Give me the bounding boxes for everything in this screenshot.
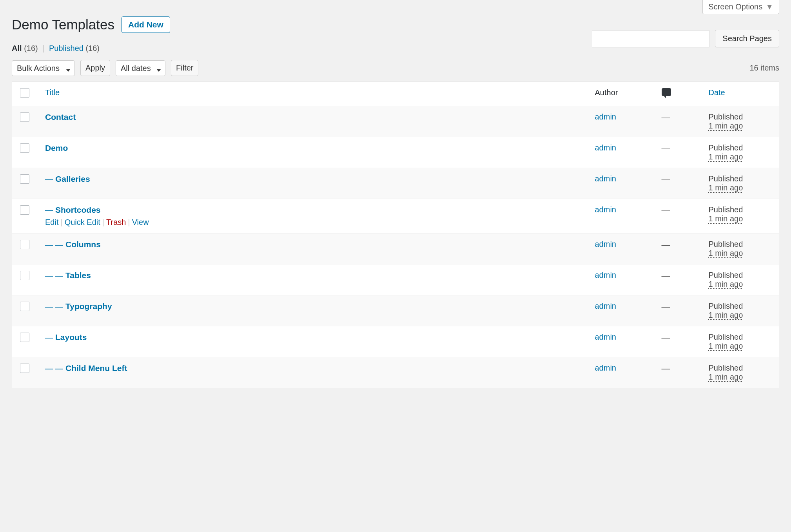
publish-time: 1 min ago — [709, 342, 771, 351]
publish-time: 1 min ago — [709, 121, 771, 130]
row-title-link[interactable]: Tables — [65, 271, 91, 280]
publish-time: 1 min ago — [709, 214, 771, 223]
filter-button[interactable]: Filter — [171, 60, 198, 76]
action-trash[interactable]: Trash — [106, 218, 126, 226]
row-checkbox[interactable] — [20, 174, 29, 184]
row-title-link[interactable]: Child Menu Left — [65, 364, 127, 373]
search-button[interactable]: Search Pages — [715, 30, 779, 47]
publish-status: Published — [709, 364, 771, 373]
author-link[interactable]: admin — [595, 333, 616, 341]
row-title-link[interactable]: Layouts — [55, 333, 87, 342]
row-checkbox[interactable] — [20, 240, 29, 249]
row-checkbox[interactable] — [20, 112, 29, 122]
date-filter-select[interactable]: All dates — [116, 60, 165, 76]
table-row: Contactadmin—Published1 min ago — [12, 106, 779, 137]
chevron-down-icon: ▼ — [766, 2, 773, 11]
row-checkbox[interactable] — [20, 143, 29, 153]
publish-time: 1 min ago — [709, 183, 771, 192]
indent-dash: — — [45, 364, 53, 373]
comments-count: — — [662, 271, 670, 280]
pages-table: Title Author Date Contactadmin—Published… — [12, 81, 779, 388]
table-row: —ShortcodesEdit|Quick Edit|Trash|Viewadm… — [12, 199, 779, 233]
table-row: ——Typographyadmin—Published1 min ago — [12, 295, 779, 326]
add-new-button[interactable]: Add New — [122, 16, 170, 33]
row-checkbox[interactable] — [20, 302, 29, 311]
publish-status: Published — [709, 302, 771, 311]
row-title-link[interactable]: Contact — [45, 112, 76, 121]
indent-dash: — — [55, 271, 63, 280]
filter-published[interactable]: Published — [49, 44, 85, 52]
publish-time: 1 min ago — [709, 152, 771, 161]
publish-time: 1 min ago — [709, 249, 771, 258]
apply-button[interactable]: Apply — [80, 60, 110, 76]
select-all-checkbox[interactable] — [20, 88, 29, 98]
publish-status: Published — [709, 240, 771, 249]
indent-dash: — — [45, 333, 53, 342]
comments-count: — — [662, 174, 670, 184]
filter-all[interactable]: All — [12, 44, 24, 52]
comments-count: — — [662, 143, 670, 153]
action-edit[interactable]: Edit — [45, 218, 58, 226]
comments-count: — — [662, 333, 670, 342]
table-row: —Layoutsadmin—Published1 min ago — [12, 326, 779, 357]
indent-dash: — — [55, 302, 63, 311]
table-row: Demoadmin—Published1 min ago — [12, 137, 779, 168]
publish-status: Published — [709, 174, 771, 183]
row-title-link[interactable]: Galleries — [55, 174, 90, 183]
table-row: ——Tablesadmin—Published1 min ago — [12, 264, 779, 295]
publish-status: Published — [709, 333, 771, 342]
publish-time: 1 min ago — [709, 373, 771, 382]
publish-time: 1 min ago — [709, 280, 771, 289]
screen-options-label: Screen Options — [708, 2, 762, 11]
indent-dash: — — [45, 271, 53, 280]
page-title: Demo Templates — [12, 17, 114, 33]
col-date[interactable]: Date — [701, 82, 779, 106]
search-input[interactable] — [592, 30, 709, 47]
row-title-link[interactable]: Shortcodes — [55, 205, 101, 214]
comments-count: — — [662, 364, 670, 373]
bulk-actions-select[interactable]: Bulk Actions — [12, 60, 75, 76]
comments-count: — — [662, 240, 670, 250]
indent-dash: — — [45, 302, 53, 311]
table-row: ——Child Menu Leftadmin—Published1 min ag… — [12, 357, 779, 388]
comment-icon — [662, 88, 671, 96]
indent-dash: — — [55, 364, 63, 373]
publish-time: 1 min ago — [709, 311, 771, 320]
indent-dash: — — [45, 240, 53, 249]
row-checkbox[interactable] — [20, 333, 29, 342]
col-title[interactable]: Title — [37, 82, 587, 106]
publish-status: Published — [709, 205, 771, 214]
author-link[interactable]: admin — [595, 364, 616, 372]
indent-dash: — — [45, 206, 53, 214]
comments-count: — — [662, 302, 670, 311]
publish-status: Published — [709, 112, 771, 121]
author-link[interactable]: admin — [595, 302, 616, 310]
row-checkbox[interactable] — [20, 205, 29, 215]
col-author: Author — [587, 82, 654, 106]
author-link[interactable]: admin — [595, 271, 616, 279]
col-comments[interactable] — [654, 82, 701, 106]
row-title-link[interactable]: Demo — [45, 143, 68, 152]
author-link[interactable]: admin — [595, 112, 616, 121]
author-link[interactable]: admin — [595, 174, 616, 183]
author-link[interactable]: admin — [595, 205, 616, 214]
row-title-link[interactable]: Typography — [65, 302, 112, 311]
comments-count: — — [662, 112, 670, 122]
comments-count: — — [662, 205, 670, 215]
author-link[interactable]: admin — [595, 143, 616, 152]
indent-dash: — — [45, 175, 53, 183]
table-row: ——Columnsadmin—Published1 min ago — [12, 233, 779, 264]
publish-status: Published — [709, 271, 771, 280]
action-quick-edit[interactable]: Quick Edit — [65, 218, 100, 226]
publish-status: Published — [709, 143, 771, 152]
screen-options-toggle[interactable]: Screen Options ▼ — [702, 0, 779, 14]
row-checkbox[interactable] — [20, 364, 29, 373]
indent-dash: — — [55, 240, 63, 249]
author-link[interactable]: admin — [595, 240, 616, 248]
row-actions: Edit|Quick Edit|Trash|View — [45, 218, 579, 227]
table-row: —Galleriesadmin—Published1 min ago — [12, 168, 779, 199]
items-count: 16 items — [749, 63, 779, 72]
action-view[interactable]: View — [132, 218, 149, 226]
row-title-link[interactable]: Columns — [65, 240, 101, 249]
row-checkbox[interactable] — [20, 271, 29, 280]
